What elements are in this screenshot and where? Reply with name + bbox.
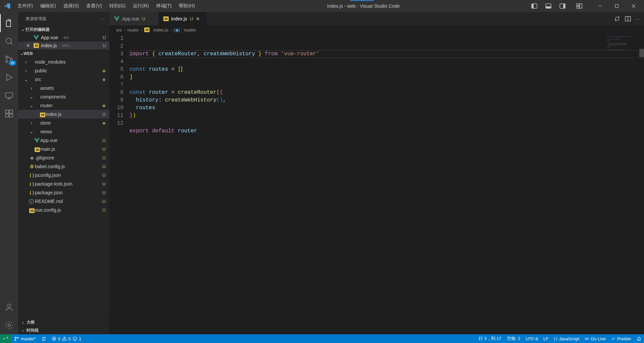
- activity-remote-explorer[interactable]: [0, 86, 18, 105]
- activity-bar: 39: [0, 12, 18, 334]
- crumb-symbol: [◉] routes: [174, 27, 196, 32]
- minimap-slider[interactable]: [639, 49, 644, 57]
- vscode-logo-icon: [4, 3, 11, 9]
- activity-source-control[interactable]: 39: [0, 50, 18, 68]
- tree-folder[interactable]: ›store: [18, 119, 109, 127]
- project-header[interactable]: ⌄WEB: [18, 50, 109, 58]
- editor-more-icon[interactable]: ···: [636, 16, 639, 21]
- crumb-router: router: [127, 27, 139, 32]
- editor-tab[interactable]: JSindex.jsU✕: [159, 12, 207, 25]
- json-icon: { }: [30, 173, 34, 178]
- status-indent[interactable]: 空格: 2: [504, 334, 523, 343]
- svg-rect-32: [607, 47, 610, 48]
- status-cursor[interactable]: 行 3，列 17: [476, 334, 504, 343]
- toggle-panel-icon[interactable]: [543, 1, 554, 11]
- customize-layout-icon[interactable]: [574, 1, 585, 11]
- js-icon: JS: [40, 113, 45, 117]
- babel-icon: B: [30, 164, 34, 169]
- status-remote[interactable]: [0, 334, 11, 343]
- tree-file[interactable]: JSindex.jsU: [18, 110, 109, 119]
- status-language[interactable]: { }JavaScript: [551, 334, 582, 343]
- toggle-secondary-sidebar-icon[interactable]: [557, 1, 568, 11]
- editor-group: App.vueU✕JSindex.jsU✕ ··· src› router› J…: [109, 12, 644, 334]
- status-problems[interactable]: 0 0 1: [49, 334, 84, 343]
- tree-folder[interactable]: ›node_modules: [18, 58, 109, 66]
- activity-settings[interactable]: [0, 316, 18, 334]
- symbol-variable-icon: [◉]: [174, 27, 180, 32]
- status-notifications[interactable]: [634, 334, 644, 343]
- open-editors-header[interactable]: ⌄打开的编辑器: [18, 25, 109, 33]
- menu-selection[interactable]: 选择(S): [60, 2, 83, 10]
- breadcrumbs[interactable]: src› router› JS index.js› [◉] routes: [109, 25, 644, 34]
- svg-rect-16: [9, 110, 12, 113]
- activity-search[interactable]: [0, 32, 18, 50]
- close-icon[interactable]: ✕: [26, 43, 32, 48]
- window-title: index.js - web - Visual Studio Code: [198, 3, 529, 9]
- menu-help[interactable]: 帮助(H): [175, 2, 198, 10]
- tree-folder[interactable]: ›public: [18, 66, 109, 75]
- status-golive[interactable]: Go Live: [582, 334, 608, 343]
- menu-bar: 文件(F) 编辑(E) 选择(S) 查看(V) 转到(G) 运行(R) 终端(T…: [14, 2, 198, 10]
- activity-run-debug[interactable]: [0, 68, 18, 86]
- outline-header[interactable]: › 大纲: [18, 318, 109, 326]
- tree-file[interactable]: App.vueU: [18, 136, 109, 145]
- info-icon: [29, 199, 35, 204]
- tree-file[interactable]: { }jsconfig.jsonU: [18, 171, 109, 180]
- tree-file[interactable]: JSvue.config.jsU: [18, 206, 109, 214]
- status-branch[interactable]: master*: [11, 334, 39, 343]
- timeline-header[interactable]: › 时间线: [18, 326, 109, 334]
- sidebar-more-icon[interactable]: ···: [101, 16, 105, 21]
- svg-rect-30: [608, 44, 627, 45]
- code-area[interactable]: import { createRouter, createWebHistory …: [129, 34, 644, 334]
- window-maximize-button[interactable]: [609, 0, 625, 12]
- status-eol[interactable]: LF: [541, 334, 551, 343]
- tree-folder[interactable]: ›assets: [18, 84, 109, 92]
- file-tree: ›node_modules›public⌄src›assets⌄componen…: [18, 58, 109, 214]
- crumb-file: JS index.js: [144, 27, 168, 32]
- menu-edit[interactable]: 编辑(E): [37, 2, 59, 10]
- window-minimize-button[interactable]: [592, 0, 608, 12]
- status-sync[interactable]: [39, 334, 49, 343]
- svg-rect-33: [607, 50, 624, 50]
- code-editor[interactable]: 123456789101112 import { createRouter, c…: [109, 34, 644, 334]
- tree-file[interactable]: JSmain.jsU: [18, 145, 109, 153]
- open-editor-item[interactable]: ✕JSindex.js src\...U: [18, 42, 109, 50]
- minimap[interactable]: [606, 36, 639, 56]
- menu-terminal[interactable]: 终端(T): [153, 2, 175, 10]
- split-editor-icon[interactable]: [625, 16, 631, 22]
- menu-go[interactable]: 转到(G): [106, 2, 129, 10]
- menu-run[interactable]: 运行(R): [129, 2, 152, 10]
- tree-folder[interactable]: ⌄views: [18, 127, 109, 136]
- tree-folder[interactable]: ⌄components: [18, 92, 109, 101]
- open-editor-item[interactable]: ✕App.vue srcU: [18, 33, 109, 42]
- activity-accounts[interactable]: [0, 298, 18, 316]
- compare-changes-icon[interactable]: [614, 16, 620, 22]
- tree-file[interactable]: ◆.gitignoreU: [18, 153, 109, 162]
- svg-rect-1: [532, 4, 534, 8]
- activity-explorer[interactable]: [0, 14, 18, 32]
- menu-file[interactable]: 文件(F): [14, 2, 36, 10]
- svg-rect-17: [6, 114, 9, 117]
- tree-file[interactable]: README.mdU: [18, 197, 109, 206]
- activity-extensions[interactable]: [0, 105, 18, 123]
- status-encoding[interactable]: UTF-8: [523, 334, 541, 343]
- status-bar: master* 0 0 1 行 3，列 17 空格: 2 UTF-8 LF { …: [0, 334, 644, 343]
- status-prettier[interactable]: Prettier: [608, 334, 634, 343]
- tree-file[interactable]: Bbabel.config.jsU: [18, 162, 109, 171]
- close-icon[interactable]: ✕: [196, 16, 201, 21]
- svg-rect-14: [6, 93, 13, 97]
- svg-rect-9: [615, 5, 619, 8]
- window-controls: [529, 0, 641, 12]
- tree-file[interactable]: { }package.jsonU: [18, 188, 109, 197]
- tree-folder[interactable]: ⌄router: [18, 101, 109, 110]
- svg-point-22: [615, 20, 616, 21]
- svg-point-20: [8, 324, 10, 327]
- tree-folder[interactable]: ⌄src: [18, 75, 109, 84]
- svg-rect-6: [577, 4, 579, 6]
- editor-tab[interactable]: App.vueU✕: [109, 12, 159, 25]
- toggle-primary-sidebar-icon[interactable]: [529, 1, 540, 11]
- menu-view[interactable]: 查看(V): [83, 2, 105, 10]
- window-close-button[interactable]: [626, 0, 641, 12]
- js-icon: JS: [144, 27, 150, 32]
- tree-file[interactable]: { }package-lock.jsonU: [18, 180, 109, 188]
